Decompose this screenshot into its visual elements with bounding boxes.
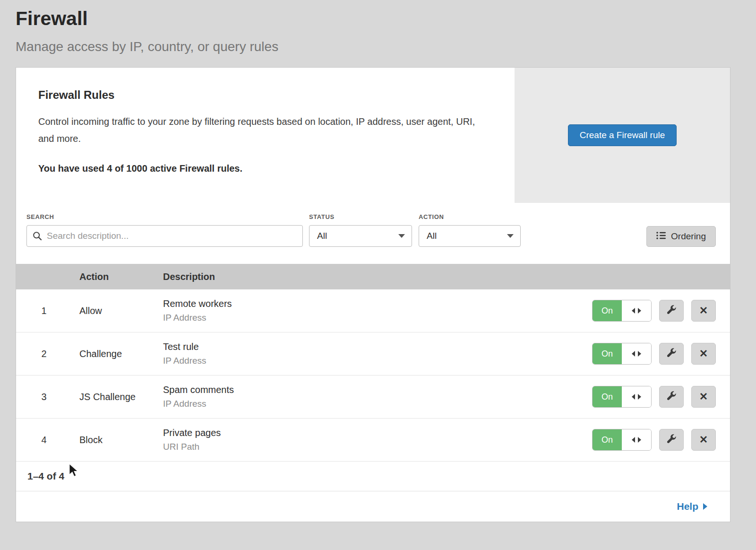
edit-rule-button[interactable]	[659, 429, 684, 451]
page-subtitle: Manage access by IP, country, or query r…	[16, 39, 756, 54]
toggle-on-label[interactable]: On	[593, 429, 622, 450]
rule-enabled-toggle[interactable]: On	[592, 300, 652, 322]
close-icon: ✕	[699, 306, 708, 316]
search-field-group: SEARCH	[26, 213, 303, 247]
close-icon: ✕	[699, 435, 708, 445]
table-row: 3 JS Challenge Spam comments IP Address …	[16, 375, 730, 419]
search-label: SEARCH	[26, 213, 303, 220]
rule-description: Private pages	[163, 428, 592, 438]
wrench-icon	[667, 434, 677, 445]
toggle-grip-icon[interactable]	[622, 429, 651, 450]
rule-match-type: IP Address	[163, 313, 592, 323]
rule-action: Allow	[79, 306, 163, 316]
chevron-down-icon	[507, 234, 514, 238]
rule-number: 1	[29, 306, 79, 316]
delete-rule-button[interactable]: ✕	[691, 343, 716, 365]
delete-rule-button[interactable]: ✕	[691, 300, 716, 322]
rule-description-cell: Private pages URI Path	[163, 428, 592, 452]
rules-table-body: 1 Allow Remote workers IP Address On	[16, 289, 730, 462]
rule-action: Block	[79, 435, 163, 445]
action-select-value: All	[427, 231, 437, 241]
status-select-value: All	[317, 231, 327, 241]
table-header-description: Description	[163, 271, 716, 282]
rule-controls: On ✕	[592, 429, 716, 451]
firewall-rules-panel: Firewall Rules Control incoming traffic …	[16, 68, 730, 203]
table-row: 1 Allow Remote workers IP Address On	[16, 289, 730, 332]
rule-match-type: IP Address	[163, 399, 592, 409]
toggle-on-label[interactable]: On	[593, 343, 622, 364]
rule-controls: On ✕	[592, 343, 716, 365]
page-title: Firewall	[16, 8, 756, 30]
toggle-on-label[interactable]: On	[593, 386, 622, 407]
help-row: Help	[16, 491, 730, 522]
rule-description-cell: Spam comments IP Address	[163, 384, 592, 409]
rule-description: Test rule	[163, 341, 592, 352]
search-input[interactable]	[26, 225, 303, 247]
toggle-grip-icon[interactable]	[622, 300, 651, 321]
panel-description-area: Firewall Rules Control incoming traffic …	[16, 68, 515, 203]
rule-action: Challenge	[79, 349, 163, 359]
firewall-card: Firewall Rules Control incoming traffic …	[16, 67, 730, 522]
rule-enabled-toggle[interactable]: On	[592, 343, 652, 365]
rule-number: 3	[29, 392, 79, 402]
edit-rule-button[interactable]	[659, 300, 684, 322]
wrench-icon	[667, 391, 677, 402]
edit-rule-button[interactable]	[659, 343, 684, 365]
table-row: 2 Challenge Test rule IP Address On	[16, 332, 730, 375]
triangle-right-icon	[703, 503, 707, 510]
delete-rule-button[interactable]: ✕	[691, 429, 716, 451]
rule-enabled-toggle[interactable]: On	[592, 386, 652, 408]
help-link[interactable]: Help	[677, 501, 707, 512]
edit-rule-button[interactable]	[659, 386, 684, 408]
ordering-button[interactable]: Ordering	[646, 226, 716, 247]
panel-description: Control incoming traffic to your zone by…	[38, 113, 486, 147]
table-header: Action Description	[16, 264, 730, 289]
rule-number: 2	[29, 349, 79, 359]
status-label: STATUS	[309, 213, 412, 220]
table-header-action: Action	[79, 271, 163, 282]
delete-rule-button[interactable]: ✕	[691, 386, 716, 408]
action-field-group: ACTION All	[412, 213, 521, 247]
toggle-grip-icon[interactable]	[622, 343, 651, 364]
wrench-icon	[667, 348, 677, 359]
close-icon: ✕	[699, 392, 708, 402]
rule-description: Remote workers	[163, 298, 592, 309]
rule-enabled-toggle[interactable]: On	[592, 429, 652, 451]
action-select[interactable]: All	[419, 225, 521, 247]
rule-match-type: IP Address	[163, 356, 592, 366]
rule-number: 4	[29, 435, 79, 445]
rule-match-type: URI Path	[163, 442, 592, 452]
toggle-on-label[interactable]: On	[593, 300, 622, 321]
panel-action-area: Create a Firewall rule	[515, 68, 730, 203]
status-field-group: STATUS All	[303, 213, 412, 247]
panel-heading: Firewall Rules	[38, 88, 486, 102]
ordering-button-label: Ordering	[671, 231, 706, 242]
rule-description: Spam comments	[163, 384, 592, 395]
search-icon	[33, 231, 42, 243]
close-icon: ✕	[699, 349, 708, 359]
toggle-grip-icon[interactable]	[622, 386, 651, 407]
rule-controls: On ✕	[592, 386, 716, 408]
filter-bar: SEARCH STATUS All ACTION All	[16, 203, 730, 264]
status-select[interactable]: All	[309, 225, 412, 247]
rule-description-cell: Remote workers IP Address	[163, 298, 592, 323]
chevron-down-icon	[398, 234, 405, 238]
create-firewall-rule-button[interactable]: Create a Firewall rule	[568, 124, 677, 146]
page-header: Firewall Manage access by IP, country, o…	[0, 0, 756, 54]
rule-controls: On ✕	[592, 300, 716, 322]
action-label: ACTION	[419, 213, 521, 220]
rules-usage-text: You have used 4 of 1000 active Firewall …	[38, 163, 486, 174]
rule-action: JS Challenge	[79, 392, 163, 402]
ordering-list-icon	[656, 231, 666, 242]
rule-description-cell: Test rule IP Address	[163, 341, 592, 366]
help-link-label: Help	[677, 501, 698, 512]
pagination-text: 1–4 of 4	[16, 462, 730, 491]
wrench-icon	[667, 305, 677, 316]
table-row: 4 Block Private pages URI Path On ✕	[16, 419, 730, 462]
